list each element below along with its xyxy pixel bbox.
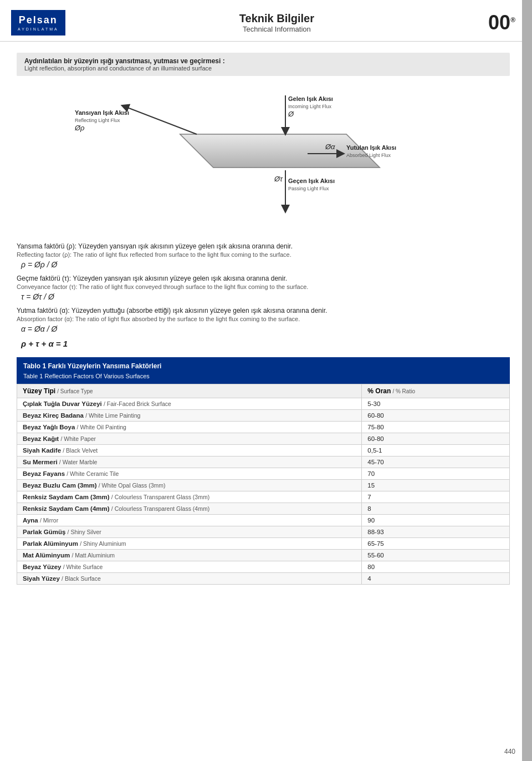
cell-surface: Beyaz Yağlı Boya / White Oil Painting — [17, 422, 362, 433]
table-row: Parlak Alüminyum / Shiny Aluminium 65-75 — [17, 538, 510, 550]
absorption-formula: Yutma faktörü (α): Yüzeyden yuttuğu (abs… — [17, 307, 510, 333]
cell-ratio: 90 — [362, 515, 510, 526]
svg-text:Ø: Ø — [288, 110, 294, 118]
cell-ratio: 4 — [362, 573, 510, 585]
table-row: Siyah Kadife / Black Velvet 0,5-1 — [17, 445, 510, 456]
table-row: Siyah Yüzey / Black Surface 4 — [17, 573, 510, 585]
table-row: Ayna / Mirror 90 — [17, 515, 510, 526]
col-surface: Yüzey Tipi / Surface Type — [17, 384, 362, 398]
logo-text: Pelsan — [19, 14, 58, 26]
cell-surface: Beyaz Kireç Badana / White Lime Painting — [17, 410, 362, 422]
svg-text:Absorbed Light Flux: Absorbed Light Flux — [346, 153, 391, 158]
cell-surface: Renksiz Saydam Cam (3mm) / Colourless Tr… — [17, 491, 362, 503]
intro-tr: Aydınlatılan bir yüzeyin ışığı yansıtmas… — [24, 57, 502, 65]
svg-text:Gelen Işık Akısı: Gelen Işık Akısı — [288, 95, 333, 102]
svg-text:Reflecting Light Flux: Reflecting Light Flux — [75, 118, 120, 123]
reflection-table: Yüzey Tipi / Surface Type % Oran / % Rat… — [17, 384, 510, 585]
table-body: Çıplak Tuğla Duvar Yüzeyi / Fair-Faced B… — [17, 398, 510, 585]
cell-ratio: 70 — [362, 468, 510, 480]
svg-text:Øτ: Øτ — [274, 175, 283, 183]
cell-surface: Beyaz Kağıt / White Paper — [17, 433, 362, 445]
cell-ratio: 0,5-1 — [362, 445, 510, 456]
cell-ratio: 75-80 — [362, 422, 510, 433]
cell-surface: Beyaz Yüzey / White Surface — [17, 561, 362, 573]
cell-ratio: 60-80 — [362, 433, 510, 445]
cell-surface: Mat Alüminyum / Matt Aluminium — [17, 550, 362, 561]
svg-text:Yansıyan Işık Akısı: Yansıyan Işık Akısı — [75, 109, 129, 116]
svg-line-6 — [125, 106, 197, 134]
cell-ratio: 55-60 — [362, 550, 510, 561]
page-header: Pelsan AYDINLATMA Teknik Bilgiler Techni… — [0, 0, 532, 42]
table-row: Beyaz Fayans / White Ceramic Tile 70 — [17, 468, 510, 480]
light-diagram: Gelen Işık Akısı Incoming Light Flux Ø Y… — [69, 90, 457, 229]
cell-surface: Beyaz Buzlu Cam (3mm) / White Opal Glass… — [17, 480, 362, 491]
table-row: Su Mermeri / Water Marble 45-70 — [17, 456, 510, 468]
table-row: Renksiz Saydam Cam (3mm) / Colourless Tr… — [17, 491, 510, 503]
col-ratio: % Oran / % Ratio — [362, 384, 510, 398]
conveyance-formula-text: τ = Øτ / Ø — [21, 292, 510, 301]
table-section: Tablo 1 Farklı Yüzeylerin Yansıma Faktör… — [17, 357, 510, 585]
intro-section: Aydınlatılan bir yüzeyin ışığı yansıtmas… — [17, 53, 510, 76]
cell-surface: Su Mermeri / Water Marble — [17, 456, 362, 468]
conveyance-desc-tr: Geçme faktörü (τ): Yüzeyden yansıyan ışı… — [17, 275, 510, 282]
table-row: Parlak Gümüş / Shiny Silver 88-93 — [17, 526, 510, 538]
cell-surface: Beyaz Fayans / White Ceramic Tile — [17, 468, 362, 480]
conveyance-formula: Geçme faktörü (τ): Yüzeyden yansıyan ışı… — [17, 275, 510, 301]
reflecting-formula: Yansıma faktörü (ρ): Yüzeyden yansıyan ı… — [17, 242, 510, 269]
cell-surface: Siyah Kadife / Black Velvet — [17, 445, 362, 456]
svg-marker-1 — [180, 134, 380, 168]
table-row: Çıplak Tuğla Duvar Yüzeyi / Fair-Faced B… — [17, 398, 510, 410]
reflecting-desc-tr: Yansıma faktörü (ρ): Yüzeyden yansıyan ı… — [17, 242, 510, 250]
table-row: Mat Alüminyum / Matt Aluminium 55-60 — [17, 550, 510, 561]
cell-ratio: 88-93 — [362, 526, 510, 538]
conveyance-desc-en: Conveyance factor (τ): The ratio of ligh… — [17, 283, 510, 290]
svg-text:Øα: Øα — [325, 143, 335, 151]
cell-ratio: 60-80 — [362, 410, 510, 422]
sum-formula: ρ + τ + α = 1 — [17, 339, 510, 348]
reflecting-formula-text: ρ = Øρ / Ø — [21, 260, 510, 269]
table-title-en: Table 1 Reflection Factors Of Various Su… — [23, 373, 150, 379]
title-sub: Technical Information — [239, 25, 314, 33]
svg-text:Incoming Light Flux: Incoming Light Flux — [288, 104, 332, 109]
logo-area: Pelsan AYDINLATMA — [11, 10, 65, 35]
cell-surface: Çıplak Tuğla Duvar Yüzeyi / Fair-Faced B… — [17, 398, 362, 410]
table-row: Beyaz Kireç Badana / White Lime Painting… — [17, 410, 510, 422]
table-header: Tablo 1 Farklı Yüzeylerin Yansıma Faktör… — [17, 357, 510, 384]
cell-surface: Renksiz Saydam Cam (4mm) / Colourless Tr… — [17, 503, 362, 515]
accent-bar — [522, 0, 532, 761]
cell-ratio: 15 — [362, 480, 510, 491]
logo: Pelsan AYDINLATMA — [11, 10, 65, 35]
cell-ratio: 5-30 — [362, 398, 510, 410]
cell-surface: Siyah Yüzey / Black Surface — [17, 573, 362, 585]
absorption-formula-text: α = Øα / Ø — [21, 324, 510, 333]
table-row: Beyaz Yağlı Boya / White Oil Painting 75… — [17, 422, 510, 433]
logo-sub: AYDINLATMA — [18, 27, 59, 31]
table-row: Beyaz Kağıt / White Paper 60-80 — [17, 433, 510, 445]
absorption-desc-tr: Yutma faktörü (α): Yüzeyden yuttuğu (abs… — [17, 307, 510, 314]
cell-surface: Parlak Alüminyum / Shiny Aluminium — [17, 538, 362, 550]
table-header-row: Yüzey Tipi / Surface Type % Oran / % Rat… — [17, 384, 510, 398]
footer-page-num: 440 — [504, 748, 515, 755]
absorption-desc-en: Absorption factor (α): The ratio of ligh… — [17, 316, 510, 322]
diagram-area: Gelen Işık Akısı Incoming Light Flux Ø Y… — [17, 87, 510, 231]
cell-ratio: 7 — [362, 491, 510, 503]
table-row: Beyaz Yüzey / White Surface 80 — [17, 561, 510, 573]
table-title-tr: Tablo 1 Farklı Yüzeylerin Yansıma Faktör… — [23, 362, 161, 370]
svg-text:Passing Light Flux: Passing Light Flux — [288, 186, 329, 191]
svg-text:Yutulan Işık Akısı: Yutulan Işık Akısı — [346, 144, 396, 151]
title-main: Teknik Bilgiler — [239, 12, 314, 25]
svg-text:Øρ: Øρ — [74, 124, 85, 132]
footer: 440 — [504, 748, 515, 755]
table-row: Renksiz Saydam Cam (4mm) / Colourless Tr… — [17, 503, 510, 515]
page-number: 00® — [488, 11, 515, 34]
intro-en: Light reflection, absorption and conduct… — [24, 65, 502, 72]
cell-ratio: 65-75 — [362, 538, 510, 550]
cell-ratio: 45-70 — [362, 456, 510, 468]
sum-formula-text: ρ + τ + α = 1 — [21, 339, 510, 348]
cell-ratio: 8 — [362, 503, 510, 515]
header-title: Teknik Bilgiler Technical Information — [239, 12, 314, 33]
cell-ratio: 80 — [362, 561, 510, 573]
cell-surface: Ayna / Mirror — [17, 515, 362, 526]
cell-surface: Parlak Gümüş / Shiny Silver — [17, 526, 362, 538]
reflecting-desc-en: Reflecting factor (ρ): The ratio of ligh… — [17, 251, 510, 258]
